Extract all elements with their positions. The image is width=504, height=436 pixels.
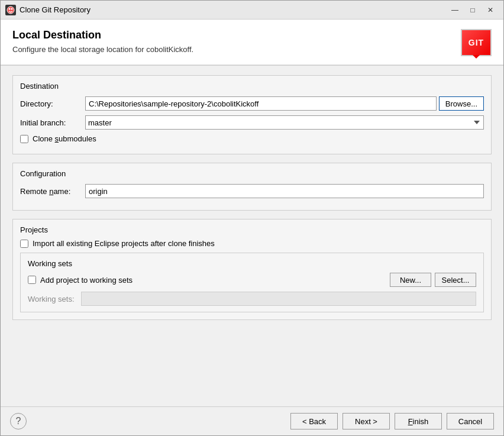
import-projects-row: Import all existing Eclipse projects aft… <box>20 239 484 248</box>
select-working-set-button[interactable]: Select... <box>435 273 476 287</box>
clone-git-repository-window: Clone Git Repository — □ ✕ Local Destina… <box>0 0 504 436</box>
working-sets-label: Working sets: <box>28 295 81 303</box>
footer: ? < Back Next > Finish Cancel <box>1 406 503 435</box>
finish-button[interactable]: Finish <box>395 413 442 429</box>
add-working-sets-label[interactable]: Add project to working sets <box>40 276 133 285</box>
content-area: Local Destination Configure the local st… <box>1 20 503 435</box>
clone-submodules-checkbox[interactable] <box>20 135 28 143</box>
destination-group: Destination Directory: Browse... Initial… <box>12 75 492 154</box>
projects-group: Projects Import all existing Eclipse pro… <box>12 219 492 320</box>
import-projects-checkbox[interactable] <box>20 240 28 248</box>
working-sets-group: Working sets Add project to working sets… <box>20 253 484 312</box>
initial-branch-select[interactable]: master <box>85 115 484 130</box>
new-working-set-button[interactable]: New... <box>390 273 431 287</box>
svg-point-0 <box>7 7 14 14</box>
add-working-sets-row: Add project to working sets New... Selec… <box>28 273 476 287</box>
title-bar: Clone Git Repository — □ ✕ <box>1 1 503 20</box>
svg-point-2 <box>11 8 13 9</box>
clone-submodules-label[interactable]: Clone submodules <box>33 134 96 143</box>
directory-input[interactable] <box>85 96 437 111</box>
configuration-group: Configuration Remote name: <box>12 163 492 211</box>
maximize-button[interactable]: □ <box>464 4 481 17</box>
directory-row: Directory: Browse... <box>20 96 484 111</box>
working-sets-title: Working sets <box>28 259 476 268</box>
back-button[interactable]: < Back <box>290 413 338 429</box>
import-projects-label[interactable]: Import all existing Eclipse projects aft… <box>33 239 215 248</box>
header-section: Local Destination Configure the local st… <box>1 20 503 65</box>
git-logo: GIT <box>461 29 492 56</box>
help-button[interactable]: ? <box>10 413 27 429</box>
directory-label: Directory: <box>20 99 85 108</box>
working-sets-select <box>81 292 476 306</box>
working-sets-field-row: Working sets: <box>28 292 476 306</box>
remote-name-label: Remote name: <box>20 187 85 196</box>
projects-section-label: Projects <box>20 225 484 234</box>
svg-point-1 <box>9 8 11 9</box>
footer-buttons: < Back Next > Finish Cancel <box>290 413 494 429</box>
destination-section-label: Destination <box>20 82 484 91</box>
remote-name-row: Remote name: <box>20 184 484 198</box>
add-working-sets-checkbox[interactable] <box>28 276 36 284</box>
minimize-button[interactable]: — <box>447 4 463 17</box>
initial-branch-row: Initial branch: master <box>20 115 484 130</box>
main-section: Destination Directory: Browse... Initial… <box>1 66 503 406</box>
window-controls: — □ ✕ <box>447 4 499 17</box>
window-icon <box>5 5 16 15</box>
window-title: Clone Git Repository <box>20 5 447 14</box>
remote-name-input[interactable] <box>85 184 484 198</box>
page-title: Local Destination <box>12 29 193 41</box>
close-button[interactable]: ✕ <box>482 4 499 17</box>
page-subtitle: Configure the local storage location for… <box>12 45 193 54</box>
header-text: Local Destination Configure the local st… <box>12 29 193 54</box>
initial-branch-label: Initial branch: <box>20 118 85 127</box>
next-button[interactable]: Next > <box>343 413 390 429</box>
cancel-button[interactable]: Cancel <box>447 413 494 429</box>
browse-button[interactable]: Browse... <box>439 96 484 111</box>
configuration-section-label: Configuration <box>20 169 484 178</box>
clone-submodules-row: Clone submodules <box>20 134 484 143</box>
